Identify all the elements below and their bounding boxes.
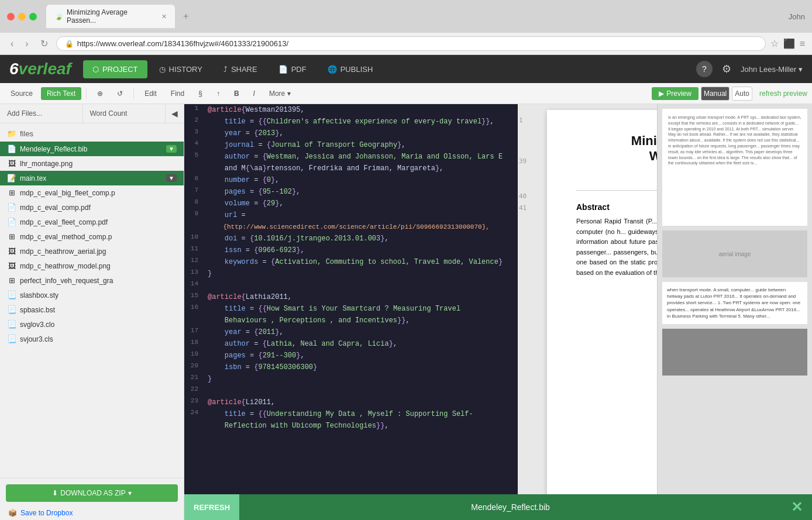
file-item-mdp4[interactable]: ⊞ mdp_c_eval_method_comp.p [0, 229, 184, 244]
close-dot[interactable] [7, 13, 15, 20]
notification-refresh-button[interactable]: REFRESH [184, 494, 239, 520]
more-btn[interactable]: More ▾ [263, 87, 297, 100]
user-menu[interactable]: John Lees-Miller ▾ [741, 65, 803, 74]
file-item-heathrow-aerial[interactable]: 🖼 mdp_c_heathrow_aerial.jpg [0, 244, 184, 259]
code-line-17: 17 year = {2011}, [184, 326, 518, 338]
file-name-mdp3: mdp_c_eval_fleet_comp.pdf [20, 218, 177, 226]
word-count-button[interactable]: Word Count [83, 104, 166, 123]
line-num-40: 40 [519, 191, 527, 202]
file-name-mdp2: mdp_c_eval_comp.pdf [20, 204, 177, 212]
help-icon[interactable]: ? [696, 61, 713, 77]
line-content: url = [205, 209, 518, 221]
refresh-button[interactable]: ↻ [37, 37, 51, 50]
back-button[interactable]: ‹ [7, 37, 17, 50]
section-btn[interactable]: § [192, 87, 208, 100]
line-content: isbn = {9781450306300} [205, 361, 518, 373]
share-icon: ⤴ [223, 65, 228, 74]
line-content: @article{Westman201395, [205, 104, 518, 116]
up-btn[interactable]: ↑ [211, 87, 226, 100]
url-text: https://www.overleaf.com/1834136fhvjzw#/… [77, 39, 288, 48]
line-content: @article{Li2011, [205, 397, 518, 408]
line-number: 10 [184, 233, 205, 244]
line-content: doi = {10.1016/j.jtrangeo.2013.01.003}, [205, 233, 518, 244]
manual-label[interactable]: Manual [701, 87, 730, 101]
forward-button[interactable]: › [22, 37, 32, 50]
sidebar: Add Files... Word Count ◀ 📁 files 📄 Mend… [0, 104, 184, 520]
edit-btn[interactable]: Edit [139, 87, 163, 100]
settings-menu-icon[interactable]: ≡ [800, 39, 805, 49]
file-item-slashbox[interactable]: 📃 slashbox.sty [0, 288, 184, 302]
file-item-spbasic[interactable]: 📃 spbasic.bst [0, 302, 184, 317]
extensions-icon[interactable]: ⬛ [783, 38, 795, 49]
bookmark-icon[interactable]: ☆ [770, 38, 779, 49]
file-item-mdp3[interactable]: 📄 mdp_c_eval_fleet_comp.pdf [0, 215, 184, 229]
code-line-7: 7 pages = {95--102}, [184, 186, 518, 198]
nav-pdf[interactable]: 📄 PDF [269, 60, 316, 78]
collapse-sidebar-button[interactable]: ◀ [166, 104, 184, 123]
file-name-mdp4: mdp_c_eval_method_comp.p [20, 233, 177, 241]
code-line-13: 13 } [184, 268, 518, 280]
file-name-spbasic: spbasic.bst [20, 306, 177, 314]
file-item-mendeley[interactable]: 📄 Mendeley_Reflect.bib ▼ [0, 142, 184, 156]
maximize-dot[interactable] [29, 13, 37, 20]
code-line-19: 19 pages = {291--300}, [184, 350, 518, 361]
browser-chrome: 🍃 Minimizing Average Passen... ✕ + John … [0, 0, 812, 55]
file-item-mdp1[interactable]: ⊞ mdp_c_eval_big_fleet_comp.p [0, 185, 184, 200]
folder-icon: 📁 [7, 129, 16, 138]
rich-text-tab-btn[interactable]: Rich Text [41, 87, 81, 100]
code-line-16b: Behaviours , Perceptions , and Incentive… [184, 315, 518, 326]
notification-close-button[interactable]: ✕ [782, 499, 812, 515]
new-tab-button[interactable]: + [177, 8, 194, 25]
line-number: 8 [184, 198, 205, 209]
source-tab-btn[interactable]: Source [5, 87, 39, 100]
app-header: 6verleaf ⬡ PROJECT ◷ HISTORY ⤴ SHARE 📄 P… [0, 55, 812, 83]
history-label: HISTORY [169, 65, 202, 74]
nav-history[interactable]: ◷ HISTORY [150, 60, 212, 78]
line-number: 1 [184, 104, 205, 116]
nav-share[interactable]: ⤴ SHARE [214, 60, 267, 78]
preview-btn[interactable]: ▶ Preview [652, 87, 699, 100]
settings-icon[interactable]: ⚙ [722, 63, 731, 75]
file-item-heathrow-model[interactable]: 🖼 mdp_c_heathrow_model.png [0, 259, 184, 273]
code-editor[interactable]: 1 @article{Westman201395, 2 title = {{Ch… [184, 104, 518, 520]
add-files-button[interactable]: Add Files... [0, 104, 83, 123]
dropdown-arrow: ▾ [128, 489, 132, 497]
file-item-lhr[interactable]: 🖼 lhr_montage.png [0, 156, 184, 171]
line-number: 7 [184, 186, 205, 198]
logo-leaf: verleaf [19, 60, 71, 78]
auto-label[interactable]: Auto [732, 87, 752, 101]
active-tab[interactable]: 🍃 Minimizing Average Passen... ✕ [46, 5, 175, 28]
download-zip-button[interactable]: ⬇ DOWNLOAD AS ZIP ▾ [6, 484, 178, 502]
find-btn[interactable]: Find [165, 87, 190, 100]
code-line-15: 15 @article{Lathia2011, [184, 291, 518, 303]
file-item-mdp2[interactable]: 📄 mdp_c_eval_comp.pdf [0, 200, 184, 215]
sty-file-icon: 📃 [7, 291, 16, 299]
line-content: pages = {95--102}, [205, 186, 518, 198]
nav-publish[interactable]: 🌐 PUBLISH [318, 60, 383, 78]
line-content: @article{Lathia2011, [205, 291, 518, 303]
insert-icon-btn[interactable]: ⊕ [91, 87, 109, 100]
root-folder-label: files [20, 129, 33, 138]
line-content: title = {{How Smart is Your Smartcard ? … [205, 303, 518, 315]
file-item-svglov[interactable]: 📃 svglov3.clo [0, 317, 184, 332]
pdf-icon: 📄 [278, 65, 288, 74]
address-bar[interactable]: 🔒 https://www.overleaf.com/1834136fhvjzw… [56, 36, 766, 51]
file-dropdown-mendeley[interactable]: ▼ [166, 145, 177, 153]
save-dropbox-button[interactable]: 📦 Save to Dropbox [6, 507, 178, 519]
undo-btn[interactable]: ↺ [111, 87, 129, 100]
file-dropdown-main[interactable]: ▼ [166, 174, 177, 182]
file-item-main-tex[interactable]: 📝 main.tex ▼ [0, 171, 184, 185]
cls-file-icon: 📃 [7, 335, 16, 343]
bold-btn[interactable]: B [228, 87, 245, 100]
nav-project[interactable]: ⬡ PROJECT [83, 60, 147, 78]
file-item-svjour[interactable]: 📃 svjour3.cls [0, 332, 184, 346]
line-content: volume = {29}, [205, 198, 518, 209]
tab-close-icon[interactable]: ✕ [161, 13, 167, 20]
line-content [205, 280, 518, 291]
refresh-preview-label[interactable]: refresh preview [759, 89, 807, 98]
minimize-dot[interactable] [18, 13, 26, 20]
italic-btn[interactable]: I [247, 87, 261, 100]
bst-file-icon: 📃 [7, 305, 16, 314]
file-item-perfect-info[interactable]: ⊞ perfect_info_veh_request_gra [0, 273, 184, 288]
file-name-main-tex: main.tex [20, 174, 163, 182]
